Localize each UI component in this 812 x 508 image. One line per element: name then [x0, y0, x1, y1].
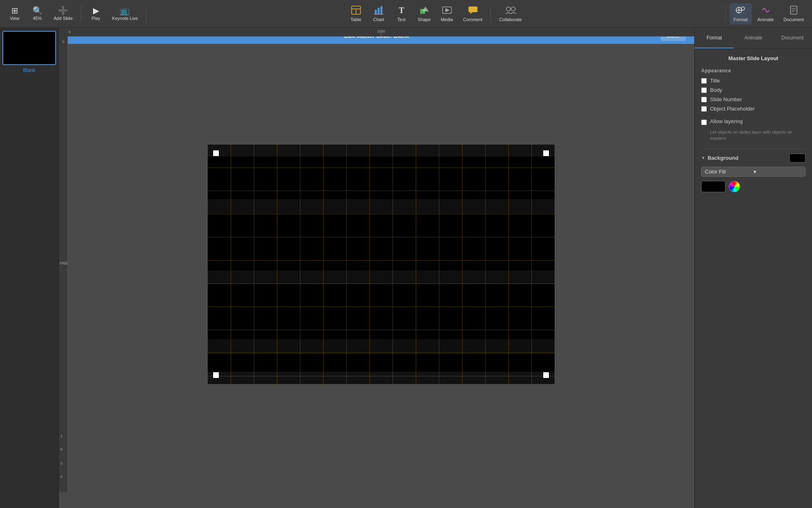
svg-text:0: 0	[60, 461, 63, 465]
corner-tr[interactable]	[543, 150, 549, 156]
ruler-left-svg: 0 1000 1 0 0 0	[59, 37, 68, 492]
comment-icon	[468, 6, 478, 16]
svg-point-13	[506, 7, 510, 11]
svg-text:T: T	[399, 6, 404, 15]
title-checkbox[interactable]	[701, 78, 707, 84]
slide-canvas[interactable]	[207, 144, 555, 384]
slide-thumb-label: Blank	[2, 67, 56, 74]
svg-rect-35	[207, 270, 555, 284]
background-swatch[interactable]	[789, 154, 806, 163]
svg-rect-11	[469, 7, 477, 12]
svg-text:0: 0	[60, 475, 63, 479]
separator-4	[725, 6, 726, 22]
tab-animate[interactable]: Animate	[734, 28, 773, 48]
add-slide-button[interactable]: ➕ Add Slide	[50, 4, 77, 23]
table-button[interactable]: Table	[346, 3, 367, 24]
ruler-top-svg: 0 1000	[68, 28, 694, 37]
svg-rect-37	[207, 372, 555, 384]
table-label: Table	[351, 17, 361, 22]
svg-point-14	[511, 7, 515, 11]
format-icon	[736, 6, 745, 16]
slide-number-checkbox[interactable]	[701, 97, 707, 102]
tab-format[interactable]: Format	[695, 28, 734, 48]
svg-point-18	[741, 7, 745, 10]
svg-text:0: 0	[69, 30, 71, 34]
keynote-live-label: Keynote Live	[112, 16, 138, 21]
svg-rect-33	[207, 144, 555, 156]
background-header: ▼ Background	[701, 154, 806, 163]
slide-thumb-preview	[3, 32, 55, 64]
color-swatch-black[interactable]	[701, 181, 726, 192]
corner-br[interactable]	[543, 372, 549, 378]
toolbar-left-group: ⊞ View 🔍 45% ➕ Add Slide ▶ Play 📺 Keynot…	[4, 4, 149, 23]
chart-button[interactable]: Chart	[368, 3, 389, 24]
svg-text:1000: 1000	[377, 29, 385, 33]
text-label: Text	[397, 17, 406, 22]
slide-panel: Blank	[0, 28, 59, 508]
slide-thumbnail[interactable]	[2, 31, 56, 65]
comment-button[interactable]: Comment	[459, 3, 487, 24]
dropdown-arrow-icon: ▾	[754, 169, 802, 175]
color-fill-label: Color Fill	[705, 169, 754, 175]
format-button[interactable]: Format	[730, 3, 752, 24]
document-button[interactable]: Document	[780, 3, 808, 24]
keynote-live-icon: 📺	[120, 7, 130, 15]
svg-text:0: 0	[62, 40, 64, 44]
collaborate-button[interactable]: Collaborate	[495, 3, 526, 24]
separator-1	[81, 6, 81, 22]
shape-icon	[419, 6, 429, 16]
svg-rect-34	[207, 199, 555, 213]
color-wheel-button[interactable]	[729, 181, 740, 192]
animate-button[interactable]: Animate	[754, 3, 778, 24]
panel-title: Master Slide Layout	[701, 55, 806, 61]
media-button[interactable]: Media	[436, 3, 458, 24]
document-icon	[789, 6, 799, 16]
background-section: ▼ Background Color Fill ▾	[701, 154, 806, 192]
corner-tl[interactable]	[213, 150, 219, 156]
ruler-top: 0 1000	[68, 28, 694, 37]
allow-layering-checkbox[interactable]	[701, 119, 707, 125]
object-placeholder-checkbox[interactable]	[701, 106, 707, 112]
svg-rect-3	[375, 10, 377, 14]
canvas-area: 0 1000 0 1000 1 0 0 0	[59, 28, 694, 508]
object-placeholder-checkbox-row: Object Placeholder	[701, 106, 806, 112]
svg-text:1000: 1000	[59, 261, 67, 265]
object-placeholder-label: Object Placeholder	[710, 106, 755, 112]
media-icon	[442, 6, 452, 16]
tab-document-label: Document	[781, 35, 803, 41]
zoom-label: 45%	[33, 16, 42, 21]
text-button[interactable]: T Text	[391, 3, 412, 24]
grid-svg	[207, 144, 555, 384]
svg-rect-4	[378, 8, 380, 14]
view-label: View	[10, 16, 19, 21]
view-button[interactable]: ⊞ View	[4, 4, 25, 23]
divider-1	[701, 148, 806, 149]
toolbar-center-group: Table Chart T Text Shape Media	[149, 3, 723, 24]
animate-label: Animate	[758, 17, 774, 22]
comment-label: Comment	[463, 17, 483, 22]
add-slide-label: Add Slide	[54, 16, 73, 21]
toolbar: ⊞ View 🔍 45% ➕ Add Slide ▶ Play 📺 Keynot…	[0, 0, 812, 28]
collaborate-label: Collaborate	[499, 17, 522, 22]
svg-rect-38	[207, 144, 555, 384]
zoom-button[interactable]: 🔍 45%	[27, 4, 48, 23]
tab-document[interactable]: Document	[773, 28, 812, 48]
right-panel: Format Animate Document Master Slide Lay…	[694, 28, 812, 508]
body-label: Body	[710, 87, 722, 93]
color-fill-dropdown[interactable]: Color Fill ▾	[701, 167, 806, 177]
document-label: Document	[784, 17, 804, 22]
title-checkbox-row: Title	[701, 78, 806, 84]
play-button[interactable]: ▶ Play	[85, 4, 106, 23]
svg-rect-5	[380, 6, 382, 14]
zoom-icon: 🔍	[32, 7, 43, 15]
triangle-icon: ▼	[701, 156, 705, 160]
background-label: Background	[708, 155, 739, 161]
shape-button[interactable]: Shape	[414, 3, 435, 24]
play-icon: ▶	[93, 7, 99, 15]
format-label: Format	[734, 17, 748, 22]
body-checkbox[interactable]	[701, 87, 707, 93]
ruler-corner	[59, 28, 68, 37]
corner-bl[interactable]	[213, 372, 219, 378]
keynote-live-button[interactable]: 📺 Keynote Live	[108, 4, 142, 23]
slide-canvas-container[interactable]	[68, 37, 694, 492]
